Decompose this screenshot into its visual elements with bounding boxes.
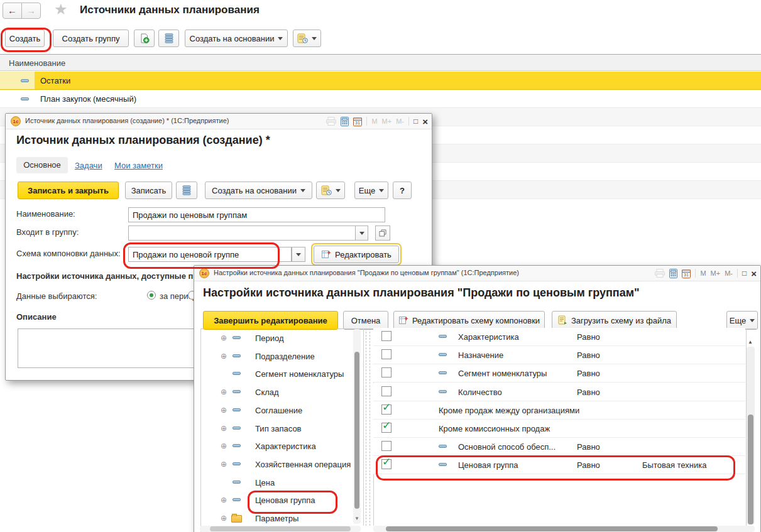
condition-checkbox[interactable]: ✓ <box>381 367 391 377</box>
close-icon[interactable]: × <box>751 269 757 278</box>
tree-horizontal-scrollbar-thumb[interactable] <box>210 526 351 531</box>
calculator-icon[interactable] <box>669 269 677 278</box>
list-view-icon-button[interactable] <box>176 182 197 199</box>
tree-item[interactable]: ⊕ Параметры <box>200 509 349 528</box>
tree-item[interactable]: ⊕ Хозяйственная операция <box>200 455 349 474</box>
calendar-icon[interactable]: 31 <box>353 117 362 126</box>
expand-icon[interactable]: ⊕ <box>221 406 227 414</box>
condition-row[interactable]: ✓ Основной способ обесп... Равно <box>373 438 745 456</box>
tree-item[interactable]: ⊕ Тип запасов <box>200 420 349 438</box>
condition-checkbox[interactable]: ✓ <box>381 331 391 341</box>
schema-dropdown-button[interactable] <box>292 247 305 262</box>
tree-item[interactable]: ⊕ Характеристика <box>200 437 349 455</box>
table-header[interactable]: Наименование <box>0 54 761 71</box>
save-button[interactable]: Записать <box>125 182 172 199</box>
condition-checkbox[interactable]: ✓ <box>381 404 391 415</box>
favorite-star-icon[interactable]: ★ <box>54 1 68 18</box>
memory-mplus-button[interactable]: M+ <box>711 269 721 277</box>
reports-dropdown-button[interactable] <box>293 30 321 47</box>
expand-icon[interactable]: ⊕ <box>221 514 227 522</box>
print-icon[interactable] <box>326 117 336 126</box>
settings-window-titlebar[interactable]: 1c Настройки источника данных планирован… <box>194 266 760 281</box>
cancel-button[interactable]: Отмена <box>343 311 388 330</box>
new-item-icon-button[interactable] <box>134 30 155 47</box>
condition-checkbox[interactable]: ✓ <box>381 349 391 359</box>
scroll-down-icon[interactable]: ▼ <box>354 516 359 521</box>
create-window-titlebar[interactable]: 1c Источник данных планирования (создани… <box>6 114 432 129</box>
condition-row[interactable]: ✓ Кроме продаж между организациями <box>373 401 745 420</box>
condition-checkbox[interactable]: ✓ <box>381 386 391 396</box>
table-row[interactable]: План закупок (месячный) <box>0 90 761 108</box>
group-dropdown-button[interactable] <box>355 225 368 241</box>
finish-editing-button[interactable]: Завершить редактирование <box>203 311 338 330</box>
memory-mminus-button[interactable]: M- <box>396 117 404 125</box>
conditions-vertical-scrollbar-thumb[interactable] <box>748 415 753 524</box>
expand-icon[interactable]: ⊕ <box>221 425 227 432</box>
expand-icon[interactable]: ⊕ <box>221 352 227 360</box>
list-icon <box>165 33 173 43</box>
more-button[interactable]: Еще <box>354 182 388 199</box>
condition-row[interactable]: ✓ Ценовая группа Равно Бытовая техника <box>373 456 745 474</box>
condition-checkbox[interactable]: ✓ <box>381 459 391 469</box>
tree-item[interactable]: ⊕ Период <box>200 329 349 347</box>
condition-value: Бытовая техника <box>642 460 706 470</box>
group-field[interactable] <box>128 225 356 241</box>
save-and-close-button[interactable]: Записать и закрыть <box>18 182 119 199</box>
memory-m-button[interactable]: M <box>700 269 706 277</box>
group-open-button[interactable] <box>375 225 390 241</box>
reports-dropdown-button[interactable] <box>316 182 345 199</box>
tree-vertical-scrollbar-thumb[interactable] <box>354 352 359 509</box>
list-view-icon-button[interactable] <box>158 30 179 47</box>
panel-splitter[interactable] <box>366 328 366 526</box>
create-based-on-button[interactable]: Создать на основании <box>205 182 312 199</box>
condition-row[interactable]: ✓ Кроме комиссионных продаж <box>373 420 745 438</box>
data-composition-schema-field[interactable] <box>128 247 292 262</box>
radio-for-period[interactable] <box>147 291 156 300</box>
expand-icon[interactable]: ⊕ <box>221 334 227 342</box>
edit-schema-button[interactable]: Редактировать <box>314 246 399 263</box>
memory-mplus-button[interactable]: M+ <box>382 117 392 125</box>
expand-icon[interactable]: ⊕ <box>221 388 227 396</box>
load-schema-button[interactable]: Загрузить схему из файла <box>552 311 677 330</box>
tree-item[interactable]: ⊕ Соглашение <box>200 401 349 420</box>
tree-item[interactable]: ⊕ Подразделение <box>200 347 349 366</box>
maximize-icon[interactable]: □ <box>742 269 747 277</box>
table-row[interactable]: Остатки <box>0 72 761 90</box>
conditions-horizontal-scrollbar-thumb[interactable] <box>386 526 718 531</box>
print-icon[interactable] <box>655 269 665 278</box>
tree-item[interactable]: ⊕ Сегмент номенклатуры <box>200 365 349 383</box>
close-icon[interactable]: × <box>422 117 428 126</box>
condition-row[interactable]: ✓ Количество Равно <box>373 383 745 401</box>
tree-item[interactable]: ⊕ Цена <box>200 474 349 492</box>
expand-icon[interactable]: ⊕ <box>221 460 227 468</box>
maximize-icon[interactable]: □ <box>413 117 418 125</box>
tab-my-notes[interactable]: Мои заметки <box>114 161 163 170</box>
scroll-up-icon[interactable]: ▲ <box>748 340 753 345</box>
nav-forward-button[interactable]: → <box>21 3 41 19</box>
expand-icon[interactable]: ⊕ <box>221 496 227 504</box>
condition-checkbox[interactable]: ✓ <box>381 441 391 451</box>
tree-item[interactable]: ⊕ Склад <box>200 383 349 401</box>
memory-m-button[interactable]: M <box>371 117 377 125</box>
tree-item[interactable]: ⊕ Ценовая группа <box>200 491 349 509</box>
edit-composition-schema-button[interactable]: Редактировать схему компоновки <box>393 311 545 330</box>
condition-row[interactable]: ✓ Назначение Равно <box>373 346 745 364</box>
create-based-on-button[interactable]: Создать на основании <box>185 30 288 47</box>
create-group-button[interactable]: Создать группу <box>53 30 129 47</box>
tab-tasks[interactable]: Задачи <box>75 161 102 170</box>
panel-splitter[interactable] <box>370 328 370 526</box>
expand-icon[interactable]: ⊕ <box>221 442 227 450</box>
help-button[interactable]: ? <box>393 182 412 199</box>
tab-main[interactable]: Основное <box>16 157 68 173</box>
nav-back-button[interactable]: ← <box>3 3 22 19</box>
calendar-icon[interactable]: 31 <box>682 269 691 278</box>
memory-mminus-button[interactable]: M- <box>725 269 733 277</box>
create-button[interactable]: Создать <box>5 30 45 47</box>
calculator-icon[interactable] <box>341 117 349 126</box>
condition-row[interactable]: ✓ Сегмент номенклатуры Равно <box>373 364 745 383</box>
tree-panel-right-border <box>363 328 364 526</box>
more-button[interactable]: Еще <box>726 311 758 330</box>
name-field[interactable] <box>128 207 385 222</box>
condition-row[interactable]: ✓ Характеристика Равно <box>373 328 745 346</box>
condition-checkbox[interactable]: ✓ <box>381 423 391 433</box>
